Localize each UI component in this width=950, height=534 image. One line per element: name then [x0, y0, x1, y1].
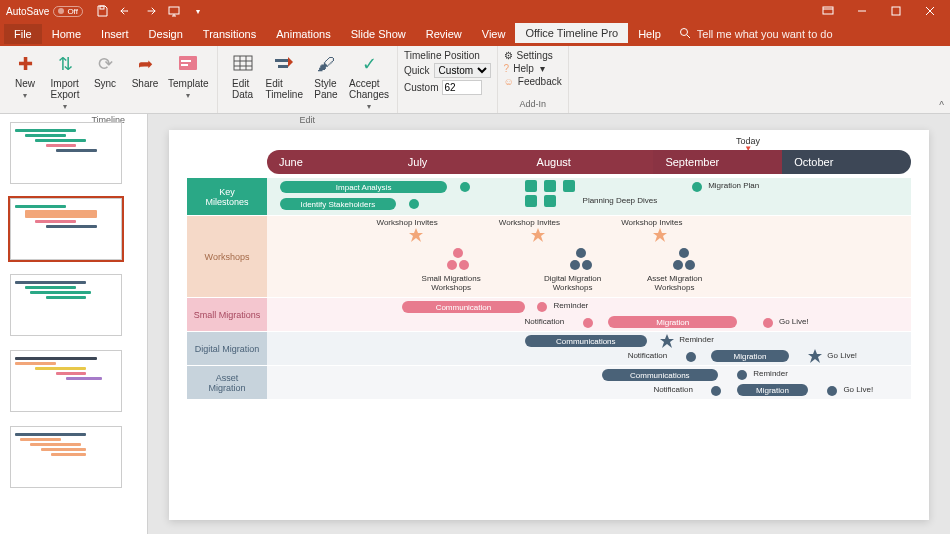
bar-migration[interactable]: Migration [711, 350, 788, 362]
template-button[interactable]: Template▾ [166, 50, 211, 113]
tp-custom-input[interactable] [442, 80, 482, 95]
label-reminder: Reminder [554, 301, 589, 310]
qat-more-icon[interactable]: ▾ [191, 4, 205, 18]
tab-file[interactable]: File [4, 24, 42, 44]
slide-thumbnails [0, 114, 148, 534]
tab-office-timeline[interactable]: Office Timeline Pro [515, 23, 628, 45]
tab-animations[interactable]: Animations [266, 24, 340, 44]
undo-icon[interactable] [119, 4, 133, 18]
autosave-label: AutoSave [6, 6, 49, 17]
style-pane-button[interactable]: 🖌Style Pane [307, 50, 345, 113]
slide-thumb-5[interactable] [10, 426, 122, 488]
svg-marker-14 [660, 334, 674, 348]
slide-thumb-4[interactable] [10, 350, 122, 412]
accept-changes-button[interactable]: ✓Accept Changes▾ [347, 50, 391, 113]
label-ws-invites: Workshop Invites [376, 218, 437, 227]
settings-button[interactable]: ⚙Settings [504, 50, 562, 61]
workshop-cluster-asset[interactable] [673, 248, 695, 270]
label-reminder: Reminder [753, 369, 788, 378]
bar-communication[interactable]: Communication [402, 301, 524, 313]
milestone-dot[interactable] [409, 199, 419, 209]
maximize-icon[interactable] [882, 2, 910, 20]
label-digital-ws: Digital Migration Workshops [544, 274, 601, 292]
milestone-dot[interactable] [692, 182, 702, 192]
milestone-sq[interactable] [525, 180, 537, 192]
feedback-icon: ☺ [504, 76, 514, 87]
collapse-ribbon-icon[interactable]: ^ [939, 100, 944, 111]
bar-migration[interactable]: Migration [737, 384, 808, 396]
milestone-sq[interactable] [563, 180, 575, 192]
burst-icon[interactable] [660, 334, 674, 348]
milestone-dot[interactable] [460, 182, 470, 192]
milestone-sq[interactable] [544, 180, 556, 192]
tab-slideshow[interactable]: Slide Show [341, 24, 416, 44]
svg-rect-10 [278, 65, 288, 68]
present-icon[interactable] [167, 4, 181, 18]
dot-golive[interactable] [763, 318, 773, 328]
sync-button[interactable]: ⟳Sync [86, 50, 124, 113]
new-button[interactable]: ✚New▾ [6, 50, 44, 113]
tab-design[interactable]: Design [139, 24, 193, 44]
bar-communications[interactable]: Communications [602, 369, 718, 381]
ribbon-options-icon[interactable] [814, 2, 842, 20]
bar-communications[interactable]: Communications [525, 335, 647, 347]
dot-notification[interactable] [686, 352, 696, 362]
dot-reminder[interactable] [737, 370, 747, 380]
bar-migration[interactable]: Migration [608, 316, 737, 328]
bar-impact-analysis[interactable]: Impact Analysis [280, 181, 447, 193]
tab-review[interactable]: Review [416, 24, 472, 44]
bar-identify-stakeholders[interactable]: Identify Stakeholders [280, 198, 396, 210]
gear-icon: ⚙ [504, 50, 513, 61]
slide-thumb-2[interactable] [10, 198, 122, 260]
burst-icon[interactable] [531, 228, 545, 242]
dot-notification[interactable] [711, 386, 721, 396]
slide-thumb-1[interactable] [10, 122, 122, 184]
autosave-toggle[interactable]: Off [53, 6, 83, 17]
label-golive: Go Live! [843, 385, 873, 394]
edit-timeline-button[interactable]: Edit Timeline [264, 50, 305, 113]
save-icon[interactable] [95, 4, 109, 18]
slide-thumb-3[interactable] [10, 274, 122, 336]
workshop-cluster-small[interactable] [447, 248, 469, 270]
timeline-header: June July August September October [267, 150, 911, 174]
label-reminder: Reminder [679, 335, 714, 344]
help-button[interactable]: ?Help▾ [504, 63, 562, 74]
lane-asset-migration: Asset Migration Communications Reminder … [187, 366, 911, 400]
milestone-sq[interactable] [544, 195, 556, 207]
tp-label: Timeline Position [404, 50, 491, 61]
workshop-cluster-digital[interactable] [570, 248, 592, 270]
svg-rect-7 [181, 64, 188, 66]
label-migration-plan: Migration Plan [708, 181, 759, 190]
dot-reminder[interactable] [537, 302, 547, 312]
share-button[interactable]: ➦Share [126, 50, 164, 113]
redo-icon[interactable] [143, 4, 157, 18]
burst-icon[interactable] [409, 228, 423, 242]
minimize-icon[interactable] [848, 2, 876, 20]
tab-home[interactable]: Home [42, 24, 91, 44]
workspace: Today June July August September October… [0, 114, 950, 534]
label-notification: Notification [525, 317, 565, 326]
edit-data-button[interactable]: Edit Data [224, 50, 262, 113]
label-asset-ws: Asset Migration Workshops [647, 274, 702, 292]
tell-me[interactable]: Tell me what you want to do [679, 27, 833, 41]
slide[interactable]: Today June July August September October… [169, 130, 929, 520]
burst-icon[interactable] [653, 228, 667, 242]
dot-notification[interactable] [583, 318, 593, 328]
dot-golive[interactable] [827, 386, 837, 396]
lane-label-sm: Small Migrations [187, 298, 267, 332]
tp-quick-select[interactable]: Custom [434, 63, 491, 78]
close-icon[interactable] [916, 2, 944, 20]
feedback-button[interactable]: ☺Feedback [504, 76, 562, 87]
ribbon-group-label-addin: Add-In [504, 97, 562, 109]
autosave[interactable]: AutoSave Off [6, 6, 83, 17]
tab-insert[interactable]: Insert [91, 24, 139, 44]
milestone-sq[interactable] [525, 195, 537, 207]
tab-help[interactable]: Help [628, 24, 671, 44]
style-pane-icon: 🖌 [314, 52, 338, 76]
import-export-button[interactable]: ⇅Import Export▾ [46, 50, 84, 113]
burst-icon[interactable] [808, 349, 822, 363]
label-ws-invites: Workshop Invites [621, 218, 682, 227]
tab-view[interactable]: View [472, 24, 516, 44]
tab-transitions[interactable]: Transitions [193, 24, 266, 44]
lane-key-milestones: Key Milestones Impact Analysis Planning … [187, 178, 911, 216]
